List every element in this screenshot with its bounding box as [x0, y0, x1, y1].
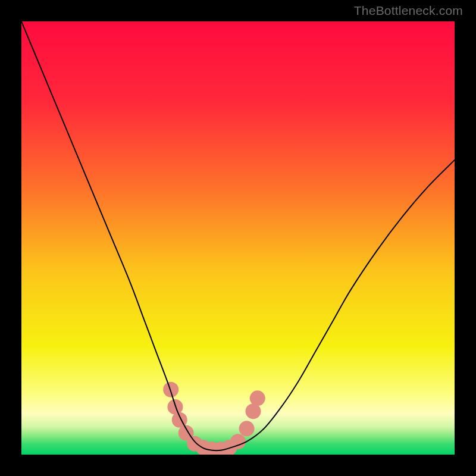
curve-layer — [21, 21, 455, 455]
highlight-marker — [163, 382, 178, 397]
chart-frame: TheBottleneck.com — [0, 0, 476, 476]
watermark-text: TheBottleneck.com — [354, 4, 463, 18]
plot-area — [21, 21, 455, 455]
highlight-marker — [239, 421, 255, 436]
highlight-markers — [163, 382, 265, 455]
highlight-marker — [250, 390, 265, 406]
bottleneck-curve — [21, 21, 455, 450]
